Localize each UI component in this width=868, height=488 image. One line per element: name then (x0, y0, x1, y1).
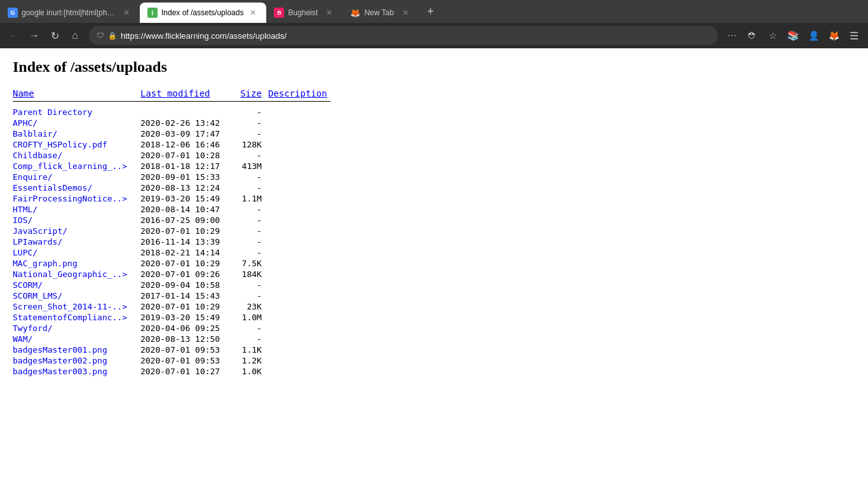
lock-icon: 🔒 (108, 32, 117, 40)
file-size-cell: 1.0M (234, 312, 268, 323)
file-size-cell: - (234, 118, 268, 128)
table-row: JavaScript/2020-07-01 10:29- (13, 226, 330, 236)
file-date-cell: 2020-02-26 13:42 (140, 118, 234, 128)
file-link[interactable]: Enquire/ (13, 172, 53, 182)
sync-button[interactable]: 👤 (804, 27, 822, 44)
file-size-cell: - (234, 236, 268, 247)
table-row: HTML/2020-08-14 10:47- (13, 204, 330, 215)
file-desc-cell (268, 258, 330, 269)
sort-by-size[interactable]: Size (240, 88, 262, 98)
file-link[interactable]: WAM/ (13, 334, 32, 344)
file-link[interactable]: SCORM/ (13, 280, 43, 290)
file-desc-cell (268, 107, 330, 118)
file-link[interactable]: Childbase/ (13, 151, 62, 160)
home-button[interactable]: ⌂ (66, 27, 84, 44)
file-size-cell: - (234, 226, 268, 236)
table-row: StatementofComplianc..>2019-03-20 15:491… (13, 312, 330, 323)
file-link[interactable]: EssentialsDemos/ (13, 183, 92, 193)
sort-by-date[interactable]: Last modified (140, 88, 210, 98)
extensions-button[interactable]: ⋯ (723, 27, 741, 44)
file-desc-cell (268, 344, 330, 355)
tab-google-close[interactable]: ✕ (121, 7, 132, 18)
sort-by-desc[interactable]: Description (268, 88, 327, 98)
sort-by-name[interactable]: Name (13, 88, 34, 98)
menu-button[interactable]: ☰ (845, 27, 863, 44)
file-link[interactable]: badgesMaster002.png (13, 356, 107, 365)
new-tab-button[interactable]: + (421, 3, 439, 20)
file-listing-table: Name Last modified Size Description Pare… (13, 88, 330, 377)
file-desc-cell (268, 366, 330, 377)
file-link[interactable]: APHC/ (13, 118, 37, 128)
browser-window: G google inurl:{html|html|php|pl>... ✕ i… (0, 0, 868, 488)
file-desc-cell (268, 247, 330, 258)
tab-newtab-close[interactable]: ✕ (400, 7, 411, 18)
tab-bugheist-close[interactable]: ✕ (323, 7, 335, 18)
library-button[interactable]: 📚 (784, 27, 802, 44)
file-size-cell: - (234, 215, 268, 226)
header-size[interactable]: Size (234, 88, 268, 102)
file-link[interactable]: Comp_flick_learning_..> (13, 161, 127, 171)
file-date-cell: 2020-04-06 09:25 (140, 323, 234, 334)
file-size-cell: - (234, 323, 268, 334)
file-name-cell: IOS/ (13, 215, 140, 226)
file-link[interactable]: CROFTY_HSPolicy.pdf (13, 140, 107, 149)
file-link[interactable]: FairProcessingNotice..> (13, 194, 127, 203)
tab-google-favicon: G (8, 8, 18, 18)
table-row: badgesMaster002.png2020-07-01 09:531.2K (13, 355, 330, 366)
file-link[interactable]: Balblair/ (13, 129, 57, 139)
file-link[interactable]: National_Geographic_..> (13, 269, 127, 279)
file-desc-cell (268, 312, 330, 323)
tab-newtab[interactable]: 🦊 New Tab ✕ (342, 3, 419, 23)
file-desc-cell (268, 290, 330, 301)
file-link[interactable]: MAC_graph.png (13, 259, 78, 268)
table-row: LUPC/2018-02-21 14:14- (13, 247, 330, 258)
firefox-account-button[interactable]: 🦊 (825, 27, 843, 44)
address-bar-container: 🛡 🔒 (89, 26, 718, 45)
file-name-cell: LUPC/ (13, 247, 140, 258)
file-name-cell: StatementofComplianc..> (13, 312, 140, 323)
file-link[interactable]: JavaScript/ (13, 226, 67, 236)
file-date-cell: 2020-03-09 17:47 (140, 128, 234, 139)
header-name[interactable]: Name (13, 88, 140, 102)
file-link[interactable]: LPIawards/ (13, 237, 62, 247)
file-size-cell: - (234, 172, 268, 182)
table-row: CROFTY_HSPolicy.pdf2018-12-06 16:46128K (13, 139, 330, 150)
file-desc-cell (268, 323, 330, 334)
tab-index-close[interactable]: ✕ (247, 7, 259, 18)
file-link[interactable]: SCORM_LMS/ (13, 291, 62, 301)
pocket-button[interactable]: ⛑ (743, 27, 761, 44)
file-link[interactable]: IOS/ (13, 215, 32, 225)
file-date-cell: 2017-01-14 15:43 (140, 290, 234, 301)
file-link[interactable]: badgesMaster001.png (13, 345, 107, 355)
file-name-cell: SCORM_LMS/ (13, 290, 140, 301)
file-name-cell: Screen_Shot_2014-11-..> (13, 301, 140, 312)
file-desc-cell (268, 172, 330, 182)
file-date-cell: 2019-03-20 15:49 (140, 312, 234, 323)
file-link[interactable]: Twyford/ (13, 323, 53, 333)
file-date-cell: 2018-01-18 12:17 (140, 161, 234, 172)
file-link[interactable]: badgesMaster003.png (13, 367, 107, 376)
file-date-cell: 2020-07-01 10:29 (140, 226, 234, 236)
file-desc-cell (268, 280, 330, 290)
forward-button[interactable]: → (25, 27, 43, 44)
file-date-cell (140, 107, 234, 118)
file-name-cell: badgesMaster001.png (13, 344, 140, 355)
file-desc-cell (268, 204, 330, 215)
table-row: Twyford/2020-04-06 09:25- (13, 323, 330, 334)
tab-google[interactable]: G google inurl:{html|html|php|pl>... ✕ (0, 3, 140, 23)
header-last-modified[interactable]: Last modified (140, 88, 234, 102)
file-link[interactable]: Screen_Shot_2014-11-..> (13, 302, 127, 311)
file-link[interactable]: LUPC/ (13, 248, 37, 257)
table-row: WAM/2020-08-13 12:50- (13, 334, 330, 344)
tab-bugheist[interactable]: B Bugheist ✕ (266, 3, 342, 23)
file-date-cell: 2020-08-13 12:24 (140, 182, 234, 193)
header-description[interactable]: Description (268, 88, 330, 102)
address-input[interactable] (121, 31, 710, 41)
file-link[interactable]: HTML/ (13, 205, 37, 214)
tab-index[interactable]: i Index of /assets/uploads ✕ (140, 3, 266, 23)
file-link[interactable]: Parent Directory (13, 107, 92, 117)
back-button[interactable]: ← (5, 27, 23, 44)
bookmark-button[interactable]: ☆ (764, 27, 782, 44)
file-link[interactable]: StatementofComplianc..> (13, 313, 127, 322)
reload-button[interactable]: ↻ (46, 27, 64, 44)
